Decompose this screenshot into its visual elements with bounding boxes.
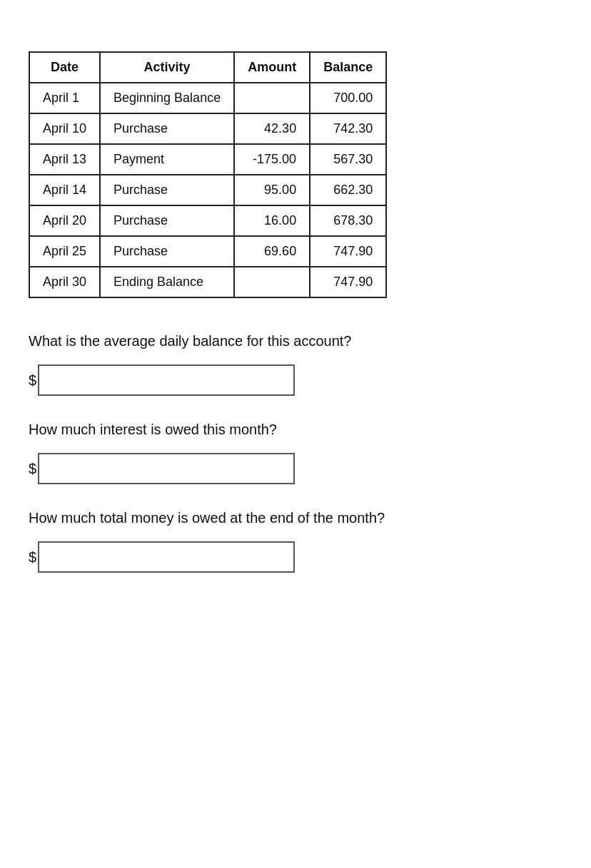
cell-activity: Beginning Balance: [100, 83, 234, 113]
cell-amount: -175.00: [234, 144, 310, 175]
answer-input-1[interactable]: [38, 364, 295, 396]
question-3-label: How much total money is owed at the end …: [29, 507, 562, 529]
question-1: What is the average daily balance for th…: [29, 330, 562, 396]
dollar-sign-3: $: [29, 549, 36, 566]
cell-activity: Purchase: [100, 205, 234, 236]
cell-date: April 10: [29, 113, 100, 144]
cell-balance: 747.90: [310, 267, 386, 297]
cell-activity: Purchase: [100, 175, 234, 205]
cell-date: April 13: [29, 144, 100, 175]
dollar-sign-1: $: [29, 372, 36, 389]
cell-balance: 742.30: [310, 113, 386, 144]
cell-amount: 16.00: [234, 205, 310, 236]
dollar-sign-2: $: [29, 461, 36, 477]
answer-input-2[interactable]: [38, 453, 295, 484]
question-3: How much total money is owed at the end …: [29, 507, 562, 573]
activity-table: Date Activity Amount Balance April 1Begi…: [29, 51, 387, 298]
cell-date: April 20: [29, 205, 100, 236]
col-header-date: Date: [29, 52, 100, 83]
table-row: April 13Payment-175.00567.30: [29, 144, 386, 175]
table-row: April 10Purchase42.30742.30: [29, 113, 386, 144]
question-1-label: What is the average daily balance for th…: [29, 330, 562, 352]
answer-input-3[interactable]: [38, 541, 295, 573]
cell-date: April 1: [29, 83, 100, 113]
cell-date: April 25: [29, 236, 100, 267]
cell-balance: 678.30: [310, 205, 386, 236]
cell-amount: 42.30: [234, 113, 310, 144]
col-header-amount: Amount: [234, 52, 310, 83]
question-2-label: How much interest is owed this month?: [29, 419, 562, 440]
cell-balance: 700.00: [310, 83, 386, 113]
activity-table-wrapper: Date Activity Amount Balance April 1Begi…: [29, 51, 387, 298]
table-row: April 14Purchase95.00662.30: [29, 175, 386, 205]
table-row: April 20Purchase16.00678.30: [29, 205, 386, 236]
cell-activity: Purchase: [100, 113, 234, 144]
cell-amount: 95.00: [234, 175, 310, 205]
cell-amount: 69.60: [234, 236, 310, 267]
cell-balance: 662.30: [310, 175, 386, 205]
cell-date: April 30: [29, 267, 100, 297]
cell-activity: Ending Balance: [100, 267, 234, 297]
col-header-balance: Balance: [310, 52, 386, 83]
question-2: How much interest is owed this month? $: [29, 419, 562, 484]
cell-amount: [234, 83, 310, 113]
cell-amount: [234, 267, 310, 297]
cell-balance: 747.90: [310, 236, 386, 267]
table-row: April 30Ending Balance747.90: [29, 267, 386, 297]
cell-activity: Payment: [100, 144, 234, 175]
col-header-activity: Activity: [100, 52, 234, 83]
cell-activity: Purchase: [100, 236, 234, 267]
table-row: April 1Beginning Balance700.00: [29, 83, 386, 113]
cell-balance: 567.30: [310, 144, 386, 175]
cell-date: April 14: [29, 175, 100, 205]
table-row: April 25Purchase69.60747.90: [29, 236, 386, 267]
